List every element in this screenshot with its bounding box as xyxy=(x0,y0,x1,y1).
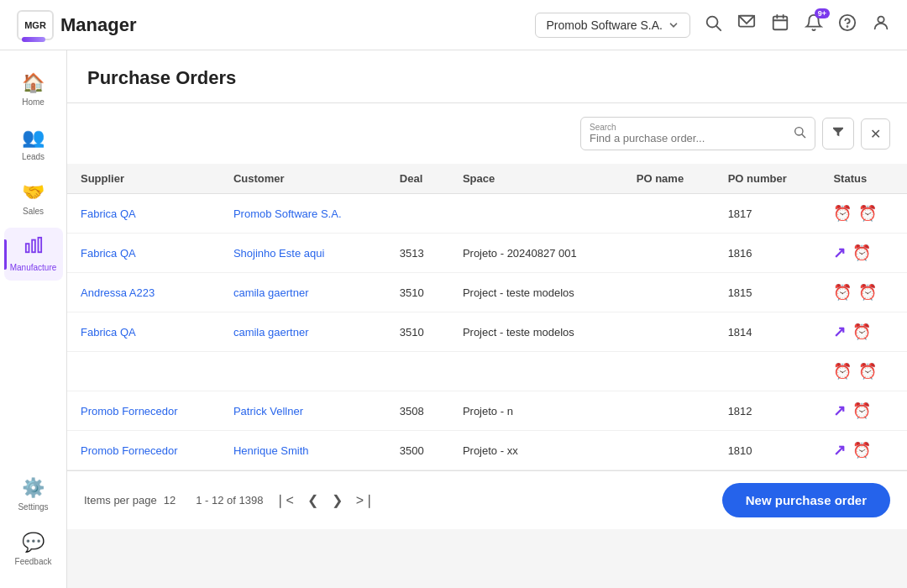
sidebar: 🏠 Home 👥 Leads 🤝 Sales Manufacture ⚙️ Se… xyxy=(0,50,67,588)
help-button[interactable] xyxy=(838,13,857,36)
cell-supplier[interactable]: Andressa A223 xyxy=(67,273,220,312)
sidebar-item-feedback[interactable]: 💬 Feedback xyxy=(4,523,63,575)
col-deal: Deal xyxy=(386,164,449,194)
prev-page-button[interactable]: ❮ xyxy=(302,489,323,512)
clock-icon: ⏰ xyxy=(852,402,871,420)
page-header: Purchase Orders xyxy=(67,50,907,103)
clock-icon: ⏰ xyxy=(833,283,852,302)
cell-status: ↗⏰ xyxy=(820,391,907,431)
cell-customer[interactable]: Shojinho Este aqui xyxy=(220,234,386,273)
sidebar-item-leads[interactable]: 👥 Leads xyxy=(4,118,63,170)
user-button[interactable] xyxy=(872,13,890,36)
cell-supplier[interactable]: Fabrica QA xyxy=(67,312,220,352)
cell-supplier[interactable]: Fabrica QA xyxy=(67,194,220,234)
arrow-icon: ↗ xyxy=(833,402,846,420)
clock-icon: ⏰ xyxy=(858,283,877,302)
cell-customer xyxy=(220,352,386,391)
cell-status: ⏰⏰ xyxy=(820,352,907,391)
cell-customer[interactable]: camila gaertner xyxy=(220,312,386,352)
col-customer: Customer xyxy=(220,164,386,194)
cell-po-number: 1810 xyxy=(715,431,820,470)
col-space: Space xyxy=(449,164,623,194)
sidebar-item-settings[interactable]: ⚙️ Settings xyxy=(4,469,63,520)
svg-rect-3 xyxy=(773,17,788,30)
cell-po-number: 1812 xyxy=(715,391,820,431)
cell-supplier[interactable]: Promob Fornecedor xyxy=(67,391,220,431)
cell-deal: 3513 xyxy=(386,234,449,273)
arrow-icon: ↗ xyxy=(833,441,846,459)
home-icon: 🏠 xyxy=(22,72,45,94)
search-input-wrap: Search xyxy=(590,123,788,144)
search-area: Search ✕ xyxy=(67,103,907,164)
logo-box: MGR xyxy=(17,10,54,40)
first-page-button[interactable]: ❘< xyxy=(270,489,298,512)
cell-deal xyxy=(386,352,449,391)
table-header: Supplier Customer Deal Space PO name PO … xyxy=(67,164,907,194)
cell-space: Project - teste modelos xyxy=(449,312,623,352)
company-selector[interactable]: Promob Software S.A. xyxy=(535,13,690,38)
purchase-orders-table: Supplier Customer Deal Space PO name PO … xyxy=(67,164,907,470)
clear-filter-button[interactable]: ✕ xyxy=(861,118,890,150)
last-page-button[interactable]: >❘ xyxy=(351,489,380,512)
cell-space: Projeto - xx xyxy=(449,431,623,470)
cell-po-name xyxy=(623,273,715,312)
sidebar-label-settings: Settings xyxy=(18,502,48,512)
notifications-button[interactable]: 9+ xyxy=(805,13,823,36)
next-page-button[interactable]: ❯ xyxy=(327,489,348,512)
messages-button[interactable] xyxy=(737,13,756,36)
col-status: Status xyxy=(820,164,907,194)
sidebar-label-feedback: Feedback xyxy=(15,557,52,566)
svg-point-9 xyxy=(878,17,883,23)
cell-supplier[interactable]: Promob Fornecedor xyxy=(67,431,220,470)
cell-space: Projeto - 20240827 001 xyxy=(449,234,623,273)
svg-rect-11 xyxy=(32,240,35,253)
sidebar-label-home: Home xyxy=(22,97,45,107)
cell-space xyxy=(449,352,623,391)
cell-space: Project - teste modelos xyxy=(449,273,623,312)
arrow-icon: ↗ xyxy=(833,244,846,262)
clock-purple-icon: ⏰ xyxy=(852,441,871,459)
cell-status: ↗⏰ xyxy=(820,431,907,470)
manufacture-icon xyxy=(24,236,43,260)
topbar: MGR Manager Promob Software S.A. 9+ xyxy=(0,0,907,50)
search-input[interactable] xyxy=(590,132,788,144)
table-row: Promob Fornecedor Patrick Vellner 3508 P… xyxy=(67,391,907,431)
search-box: Search xyxy=(580,117,815,150)
logo-text: MGR xyxy=(24,20,46,30)
notification-badge: 9+ xyxy=(815,8,830,18)
cell-supplier[interactable]: Fabrica QA xyxy=(67,234,220,273)
cell-deal: 3508 xyxy=(386,391,449,431)
settings-icon: ⚙️ xyxy=(22,477,45,499)
clock-icon: ⏰ xyxy=(852,244,871,262)
cell-supplier xyxy=(67,352,220,391)
sidebar-item-home[interactable]: 🏠 Home xyxy=(4,64,63,115)
cell-po-name xyxy=(623,234,715,273)
col-supplier: Supplier xyxy=(67,164,220,194)
sales-icon: 🤝 xyxy=(22,181,45,203)
search-button[interactable] xyxy=(704,13,722,36)
items-per-page-value: 12 xyxy=(164,494,176,507)
arrow-icon: ↗ xyxy=(833,323,846,341)
svg-rect-10 xyxy=(25,244,29,252)
sidebar-item-sales[interactable]: 🤝 Sales xyxy=(4,173,63,224)
calendar-button[interactable] xyxy=(771,13,789,36)
feedback-icon: 💬 xyxy=(22,532,45,554)
table-row: Fabrica QA Promob Software S.A. 1817 ⏰⏰ xyxy=(67,194,907,234)
cell-po-name xyxy=(623,391,715,431)
table-row: ⏰⏰ xyxy=(67,352,907,391)
cell-customer[interactable]: Promob Software S.A. xyxy=(220,194,386,234)
cell-customer[interactable]: Henrique Smith xyxy=(220,431,386,470)
new-purchase-order-button[interactable]: New purchase order xyxy=(722,483,890,517)
cell-customer[interactable]: camila gaertner xyxy=(220,273,386,312)
clock-icon: ⏰ xyxy=(833,204,852,223)
filter-button[interactable] xyxy=(822,118,854,150)
cell-po-name xyxy=(623,194,715,234)
cell-po-name xyxy=(623,312,715,352)
sidebar-item-manufacture[interactable]: Manufacture xyxy=(4,228,63,281)
clock-icon: ⏰ xyxy=(833,362,852,381)
cell-customer[interactable]: Patrick Vellner xyxy=(220,391,386,431)
svg-line-1 xyxy=(716,26,721,30)
search-icon[interactable] xyxy=(793,125,806,142)
clock-icon: ⏰ xyxy=(858,204,877,223)
cell-status: ⏰⏰ xyxy=(820,194,907,234)
